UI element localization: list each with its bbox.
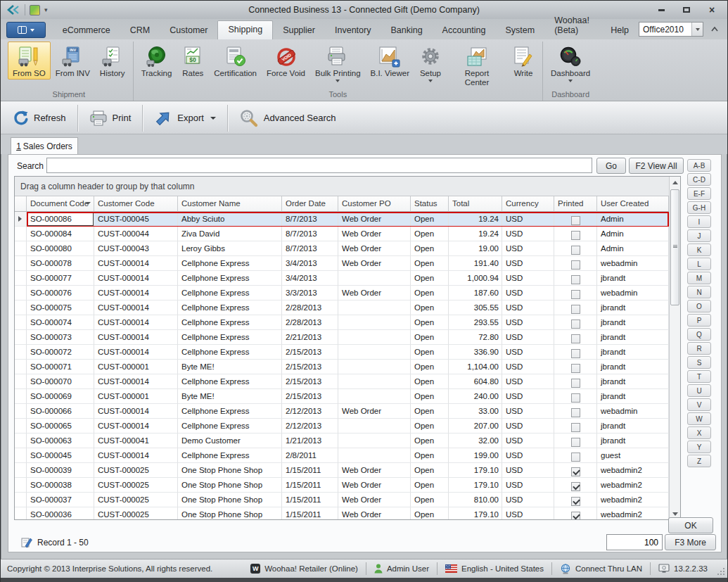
alpha-button-o[interactable]: O — [687, 300, 711, 312]
rates-button[interactable]: $0 Rates — [177, 42, 209, 80]
column-header-user-created[interactable]: User Created — [597, 196, 669, 212]
grid-row-SO-000036[interactable]: SO-000036CUST-000025One Stop Phone Shop1… — [15, 507, 669, 519]
dashboard-button[interactable]: Dashboard — [546, 42, 595, 84]
retailer-status[interactable]: W Woohaa! Retailer (Online) — [243, 562, 366, 575]
maximize-button[interactable] — [677, 4, 696, 15]
force-void-button[interactable]: VOID Force Void — [262, 42, 310, 80]
alpha-button-w[interactable]: W — [687, 412, 711, 425]
menu-tab-shipping[interactable]: Shipping — [217, 20, 273, 39]
alpha-button-l[interactable]: L — [687, 258, 711, 270]
column-header-document-code[interactable]: Document Code — [27, 196, 94, 212]
alpha-button-t[interactable]: T — [687, 370, 711, 383]
bi-viewer-button[interactable]: B.I. Viewer — [366, 42, 414, 80]
column-header-customer-code[interactable]: Customer Code — [94, 196, 178, 212]
grid-row-SO-000063[interactable]: SO-000063CUST-000041Demo Customer1/21/20… — [15, 434, 669, 448]
menu-tab-inventory[interactable]: Inventory — [325, 22, 381, 39]
more-button[interactable]: F3 More — [665, 534, 716, 550]
grid-row-SO-000071[interactable]: SO-000071CUST-000001Byte ME!2/15/2013Ope… — [15, 360, 669, 374]
menu-tab-ecommerce[interactable]: eCommerce — [53, 22, 120, 39]
write-button[interactable]: Write — [507, 42, 539, 80]
user-status[interactable]: Admin User — [366, 562, 437, 575]
grid-row-SO-000039[interactable]: SO-000039CUST-000025One Stop Phone Shop1… — [15, 463, 669, 478]
connection-status[interactable]: Connect Thru LAN — [551, 562, 650, 575]
column-header-currency[interactable]: Currency — [502, 196, 554, 212]
view-all-button[interactable]: F2 View All — [629, 158, 684, 174]
history-button[interactable]: History — [95, 42, 130, 80]
grid-row-SO-000086[interactable]: SO-000086CUST-000045Abby Sciuto8/7/2013W… — [15, 212, 669, 227]
grid-row-SO-000076[interactable]: SO-000076CUST-000014Cellphone Express3/3… — [15, 286, 669, 301]
alpha-button-r[interactable]: R — [687, 342, 711, 355]
alpha-button-z[interactable]: Z — [687, 455, 711, 467]
menu-tab-banking[interactable]: Banking — [381, 22, 432, 39]
menu-tab-customer[interactable]: Customer — [160, 22, 217, 39]
close-button[interactable]: × — [702, 4, 722, 15]
alpha-button-c-d[interactable]: C-D — [687, 173, 711, 186]
alpha-button-i[interactable]: I — [687, 215, 711, 228]
menu-tab-crm[interactable]: CRM — [120, 22, 160, 39]
sales-orders-tab[interactable]: 1 Sales Orders — [11, 137, 78, 154]
alpha-button-s[interactable]: S — [687, 356, 711, 369]
group-by-bar[interactable]: Drag a column header to group by that co… — [15, 177, 669, 196]
grid-row-SO-000038[interactable]: SO-000038CUST-000025One Stop Phone Shop1… — [15, 478, 669, 493]
menu-tab-help[interactable]: Help — [601, 22, 639, 39]
alpha-button-v[interactable]: V — [687, 398, 711, 411]
scrollbar-thumb[interactable] — [670, 189, 679, 305]
grid-row-SO-000045[interactable]: SO-000045CUST-000014Cellphone Express2/8… — [15, 448, 669, 463]
alpha-button-u[interactable]: U — [687, 384, 711, 397]
minimize-button[interactable] — [651, 4, 671, 15]
column-header-customer-name[interactable]: Customer Name — [178, 196, 282, 212]
print-button[interactable]: Print — [78, 102, 143, 134]
grid-row-SO-000037[interactable]: SO-000037CUST-000025One Stop Phone Shop1… — [15, 493, 669, 507]
grid-row-SO-000084[interactable]: SO-000084CUST-000044Ziva David8/7/2013We… — [15, 227, 669, 241]
alpha-button-p[interactable]: P — [687, 314, 711, 327]
column-header-printed[interactable]: Printed — [554, 196, 597, 212]
application-menu-button[interactable] — [6, 22, 46, 38]
alpha-button-k[interactable]: K — [687, 243, 711, 256]
column-header-total[interactable]: Total — [449, 196, 502, 212]
grid-row-SO-000066[interactable]: SO-000066CUST-000014Cellphone Express2/1… — [15, 404, 669, 419]
refresh-button[interactable]: Refresh — [1, 102, 77, 134]
alpha-button-x[interactable]: X — [687, 426, 711, 439]
grid-row-SO-000075[interactable]: SO-000075CUST-000014Cellphone Express2/2… — [15, 301, 669, 315]
alpha-button-q[interactable]: Q — [687, 328, 711, 341]
collapse-ribbon-button[interactable] — [708, 23, 722, 37]
grid-row-SO-000080[interactable]: SO-000080CUST-000043Leroy Gibbs8/7/2013W… — [15, 241, 669, 256]
grid-row-SO-000070[interactable]: SO-000070CUST-000014Cellphone Express2/1… — [15, 374, 669, 389]
column-header-status[interactable]: Status — [411, 196, 449, 212]
search-input[interactable] — [46, 158, 592, 173]
advanced-search-button[interactable]: Advanced Search — [228, 102, 347, 134]
alpha-button-g-h[interactable]: G-H — [687, 201, 711, 214]
grid-row-SO-000065[interactable]: SO-000065CUST-000014Cellphone Express2/1… — [15, 419, 669, 434]
setup-button[interactable]: Setup — [414, 42, 447, 84]
version-status[interactable]: 13.2.2.33 — [650, 562, 715, 575]
grid-row-SO-000074[interactable]: SO-000074CUST-000014Cellphone Express2/2… — [15, 315, 669, 330]
page-size-input[interactable] — [606, 534, 663, 550]
alpha-button-m[interactable]: M — [687, 272, 711, 284]
ok-button[interactable]: OK — [668, 517, 713, 533]
from-so-button[interactable]: From SO — [8, 42, 51, 80]
export-button[interactable]: Export — [143, 102, 227, 134]
grid-row-SO-000072[interactable]: SO-000072CUST-000014Cellphone Express2/1… — [15, 345, 669, 360]
grid-row-SO-000077[interactable]: SO-000077CUST-000014Cellphone Express3/4… — [15, 271, 669, 286]
menu-tab-woohaa-beta[interactable]: Woohaa! (Beta) — [544, 12, 601, 39]
menu-tab-accounting[interactable]: Accounting — [433, 22, 496, 39]
grid-row-SO-000073[interactable]: SO-000073CUST-000014Cellphone Express2/2… — [15, 330, 669, 345]
report-center-button[interactable]: Report Center — [447, 42, 507, 89]
column-header-customer-po[interactable]: Customer PO — [338, 196, 411, 212]
menu-tab-supplier[interactable]: Supplier — [273, 22, 325, 39]
tracking-button[interactable]: Tracking — [136, 42, 177, 80]
language-status[interactable]: English - United States — [437, 562, 551, 575]
alpha-button-a-b[interactable]: A-B — [687, 159, 711, 172]
column-header-order-date[interactable]: Order Date — [282, 196, 338, 212]
grid-row-SO-000069[interactable]: SO-000069CUST-000001Byte ME!2/15/2013Ope… — [15, 389, 669, 404]
resize-grip[interactable] — [717, 567, 725, 576]
theme-selector[interactable]: Office2010 — [639, 22, 703, 37]
certification-button[interactable]: Certification — [209, 42, 262, 80]
alpha-button-y[interactable]: Y — [687, 441, 711, 453]
alpha-button-e-f[interactable]: E-F — [687, 187, 711, 200]
alpha-button-j[interactable]: J — [687, 229, 711, 242]
vertical-scrollbar[interactable] — [669, 177, 680, 519]
from-inv-button[interactable]: INV From INV — [51, 42, 95, 80]
scroll-up-button[interactable] — [670, 177, 680, 188]
grid-row-SO-000078[interactable]: SO-000078CUST-000014Cellphone Express3/4… — [15, 256, 669, 271]
